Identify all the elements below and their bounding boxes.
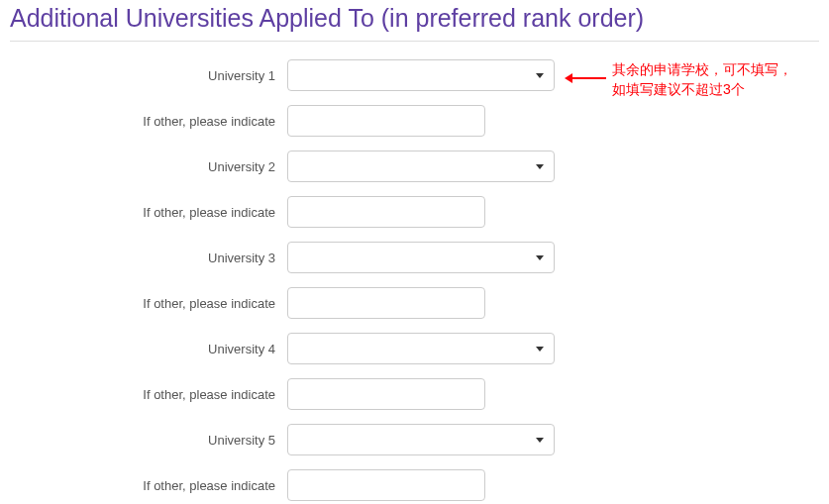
chevron-down-icon: [536, 164, 544, 169]
chevron-down-icon: [536, 347, 544, 352]
university-3-select[interactable]: [287, 242, 555, 273]
arrow-left-icon: [565, 73, 606, 83]
label-other-1: If other, please indicate: [10, 114, 287, 129]
other-1-input[interactable]: [287, 105, 485, 137]
label-other-2: If other, please indicate: [10, 205, 287, 220]
chevron-down-icon: [536, 438, 544, 443]
other-3-input[interactable]: [287, 287, 485, 319]
form-row-other-3: If other, please indicate: [10, 287, 819, 319]
other-5-input[interactable]: [287, 469, 485, 501]
form-row-university-3: University 3: [10, 242, 819, 273]
section-title: Additional Universities Applied To (in p…: [10, 4, 819, 35]
university-5-select[interactable]: [287, 424, 555, 455]
chevron-down-icon: [536, 255, 544, 260]
form-row-university-4: University 4: [10, 333, 819, 364]
divider: [10, 41, 819, 42]
form-row-other-1: If other, please indicate: [10, 105, 819, 137]
label-university-5: University 5: [10, 433, 287, 448]
label-other-5: If other, please indicate: [10, 478, 287, 493]
form-row-other-4: If other, please indicate: [10, 378, 819, 410]
form-row-university-5: University 5: [10, 424, 819, 455]
annotation-text: 其余的申请学校，可不填写， 如填写建议不超过3个: [612, 59, 792, 99]
form-block: University 1 If other, please indicate U…: [10, 59, 819, 501]
label-university-2: University 2: [10, 159, 287, 174]
label-university-1: University 1: [10, 68, 287, 83]
other-2-input[interactable]: [287, 196, 485, 228]
annotation: 其余的申请学校，可不填写， 如填写建议不超过3个: [565, 59, 792, 99]
university-2-select[interactable]: [287, 151, 555, 182]
page: Additional Universities Applied To (in p…: [0, 0, 829, 504]
form-row-other-2: If other, please indicate: [10, 196, 819, 228]
chevron-down-icon: [536, 73, 544, 78]
label-university-3: University 3: [10, 251, 287, 265]
form-row-other-5: If other, please indicate: [10, 469, 819, 501]
annotation-line-2: 如填写建议不超过3个: [612, 79, 792, 99]
label-university-4: University 4: [10, 342, 287, 356]
label-other-3: If other, please indicate: [10, 296, 287, 311]
form-row-university-2: University 2: [10, 151, 819, 182]
label-other-4: If other, please indicate: [10, 387, 287, 402]
other-4-input[interactable]: [287, 378, 485, 410]
annotation-line-1: 其余的申请学校，可不填写，: [612, 59, 792, 79]
university-1-select[interactable]: [287, 59, 555, 91]
university-4-select[interactable]: [287, 333, 555, 364]
